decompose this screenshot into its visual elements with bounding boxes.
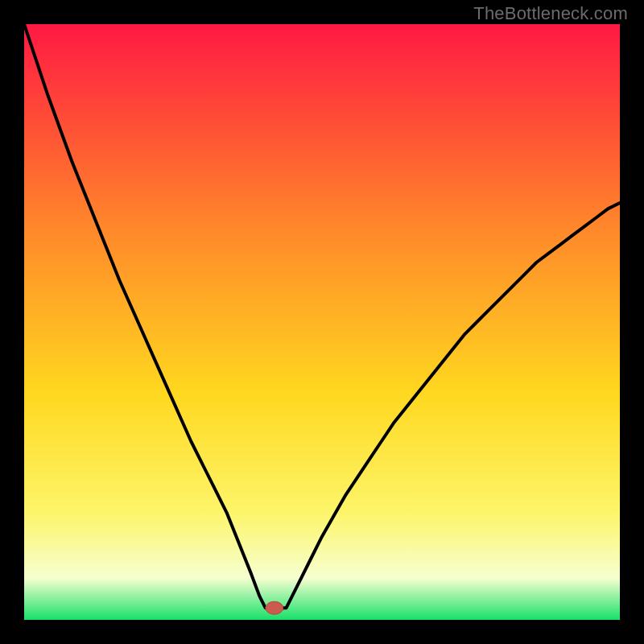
bottleneck-plot — [0, 0, 644, 644]
optimum-marker — [266, 601, 283, 614]
plot-background — [24, 24, 620, 620]
watermark-label: TheBottleneck.com — [473, 3, 628, 24]
chart-frame: TheBottleneck.com — [0, 0, 644, 644]
